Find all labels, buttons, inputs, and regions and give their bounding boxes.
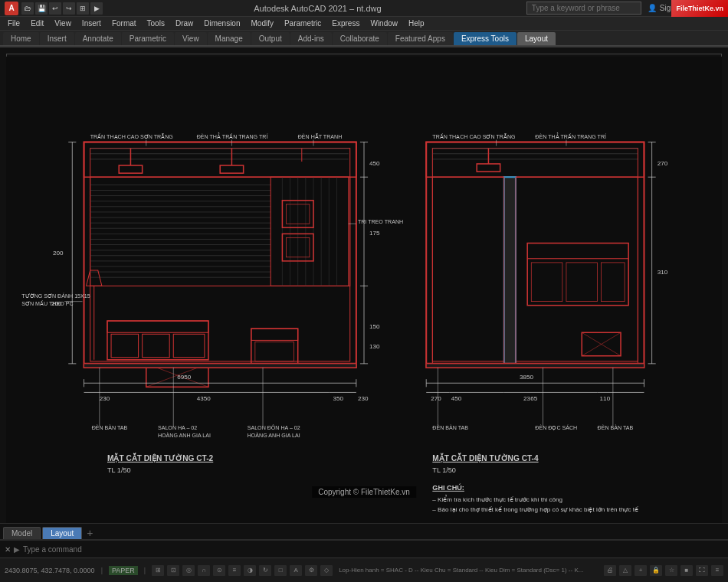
svg-text:TRẦN THẠCH CAO SƠN TRẮNG: TRẦN THẠCH CAO SƠN TRẮNG (90, 133, 173, 140)
svg-text:MẶT CẮT DIỆN TƯỜNG CT-4: MẶT CẮT DIỆN TƯỜNG CT-4 (432, 453, 539, 463)
svg-rect-58 (84, 364, 356, 368)
menu-window[interactable]: Window (366, 18, 402, 29)
svg-text:150: 150 (369, 323, 380, 330)
tab-collaborate[interactable]: Collaborate (333, 32, 387, 45)
tab-addins[interactable]: Add-ins (290, 32, 332, 45)
clean-screen[interactable]: ⛶ (696, 565, 708, 576)
undo-tool[interactable]: ↩ (49, 2, 61, 15)
svg-text:450: 450 (451, 395, 462, 402)
svg-text:ĐÈN THẢ TRẦN TRANG TRÍ: ĐÈN THẢ TRẦN TRANG TRÍ (535, 132, 606, 140)
menu-modify[interactable]: Modify (247, 18, 278, 29)
tab-annotate[interactable]: Annotate (75, 32, 121, 45)
isometric-toggle[interactable]: ◇ (320, 565, 333, 576)
svg-rect-113 (504, 177, 516, 364)
annotation-toggle[interactable]: A (290, 565, 302, 576)
window-title: Autodesk AutoCAD 2021 – nt.dwg (109, 4, 526, 13)
svg-text:MẶT CẮT DIỆN TƯỜNG CT-2: MẶT CẮT DIỆN TƯỜNG CT-2 (107, 453, 214, 463)
polar-toggle[interactable]: ◎ (182, 565, 195, 576)
osnap-toggle[interactable]: ∩ (198, 565, 210, 576)
svg-text:110: 110 (600, 395, 611, 402)
tab-layout[interactable]: Layout (517, 32, 556, 45)
svg-text:TƯỜNG SƠN ĐÁNH 15X15: TƯỜNG SƠN ĐÁNH 15X15 (21, 293, 90, 299)
svg-text:HOÀNG ANH GIA LAI: HOÀNG ANH GIA LAI (158, 432, 211, 439)
menu-express[interactable]: Express (327, 18, 364, 29)
svg-text:TL 1/50: TL 1/50 (107, 466, 131, 474)
save-tool[interactable]: 💾 (35, 2, 48, 15)
custom-ui[interactable]: ≡ (711, 565, 723, 576)
command-input[interactable] (23, 545, 723, 554)
tab-insert[interactable]: Insert (40, 32, 74, 45)
zoom-scale[interactable]: + (635, 565, 647, 576)
open-tool[interactable]: 🗁 (21, 2, 34, 15)
add-layout-button[interactable]: + (87, 527, 93, 539)
svg-text:ĐÈN HẮT TRANH: ĐÈN HẮT TRANH (298, 133, 343, 140)
tab-manage[interactable]: Manage (208, 32, 251, 45)
menu-parametric[interactable]: Parametric (280, 18, 326, 29)
tab-express-tools[interactable]: Express Tools (454, 32, 516, 45)
menu-view[interactable]: View (50, 18, 76, 29)
svg-text:310: 310 (657, 269, 668, 276)
status-bar: 2430.8075, 432.7478, 0.0000 | PAPER | ⊞ … (0, 557, 728, 582)
menu-edit[interactable]: Edit (26, 18, 48, 29)
view-tool[interactable]: ⊞ (77, 2, 89, 15)
layout-tab-active[interactable]: Layout (42, 527, 82, 539)
annotation-scale[interactable]: △ (619, 565, 631, 576)
search-input[interactable] (526, 2, 641, 15)
hardware-accel[interactable]: ■ (680, 565, 693, 576)
svg-text:200: 200 (53, 250, 64, 257)
transparency-toggle[interactable]: ◑ (244, 565, 256, 576)
svg-text:ĐÈN BÀN TAB: ĐÈN BÀN TAB (598, 424, 634, 431)
svg-text:130: 130 (369, 343, 380, 350)
svg-text:– Báo lại cho thợ thiết kế tro: – Báo lại cho thợ thiết kế trong trường … (432, 506, 638, 513)
isolate-objects[interactable]: ☆ (665, 565, 677, 576)
menu-draw[interactable]: Draw (171, 18, 198, 29)
workspace-settings[interactable]: ⚙ (305, 565, 317, 576)
plot-icon[interactable]: 🖨 (604, 565, 616, 576)
svg-text:175: 175 (369, 230, 380, 237)
svg-text:3850: 3850 (520, 374, 534, 381)
tab-parametric[interactable]: Parametric (122, 32, 174, 45)
cad-drawing: 230 4350 6950 350 230 450 175 150 130 20… (6, 54, 722, 534)
svg-rect-125 (426, 364, 644, 368)
menu-dimension[interactable]: Dimension (199, 18, 244, 29)
model-tab[interactable]: Model (3, 527, 41, 539)
svg-text:TL 1/50: TL 1/50 (432, 466, 456, 474)
tab-home[interactable]: Home (3, 32, 39, 45)
brand-logo: FileThietKe.vn (671, 0, 728, 17)
model-space-toggle[interactable]: □ (274, 565, 287, 576)
run-tool[interactable]: ▶ (90, 2, 103, 15)
grid-toggle[interactable]: ⊞ (152, 565, 164, 576)
sel-cycling-toggle[interactable]: ↻ (259, 565, 271, 576)
drawing-area[interactable]: 230 4350 6950 350 230 450 175 150 130 20… (0, 47, 728, 540)
copyright-notice: Copyright © FileThietKe.vn (312, 486, 416, 498)
snap-toggle[interactable]: ⊡ (167, 565, 179, 576)
svg-text:ĐÈN ĐỌC SÁCH: ĐÈN ĐỌC SÁCH (535, 424, 577, 431)
tab-featured[interactable]: Featured Apps (388, 32, 453, 45)
svg-text:HOÀNG ANH GIA LAI: HOÀNG ANH GIA LAI (248, 432, 300, 439)
coordinates-display: 2430.8075, 432.7478, 0.0000 (5, 567, 95, 574)
svg-text:230: 230 (100, 395, 110, 402)
menu-help[interactable]: Help (404, 18, 429, 29)
menu-bar: File Edit View Insert Format Tools Draw … (0, 17, 728, 31)
otrack-toggle[interactable]: ⊙ (213, 565, 225, 576)
svg-text:270: 270 (657, 160, 668, 167)
menu-file[interactable]: File (3, 18, 25, 29)
redo-tool[interactable]: ↪ (63, 2, 75, 15)
app-icon: A (5, 2, 18, 15)
space-label: PAPER (109, 566, 138, 575)
tab-view[interactable]: View (175, 32, 207, 45)
svg-text:ĐÈN BÀN TAB: ĐÈN BÀN TAB (92, 424, 128, 431)
menu-insert[interactable]: Insert (77, 18, 106, 29)
command-prompt-icon: ▶ (14, 545, 20, 554)
svg-text:4350: 4350 (197, 395, 212, 402)
command-close-icon[interactable]: ✕ (5, 545, 11, 554)
menu-format[interactable]: Format (107, 18, 141, 29)
layout-tabs: Model Layout + (0, 523, 728, 540)
ui-lock[interactable]: 🔒 (650, 565, 662, 576)
menu-tools[interactable]: Tools (143, 18, 169, 29)
lineweight-toggle[interactable]: ≡ (228, 565, 241, 576)
svg-text:TRI TREO TRANH: TRI TREO TRANH (358, 219, 403, 225)
tab-output[interactable]: Output (251, 32, 290, 45)
svg-text:ĐÈN THẢ TRẦN TRANG TRÍ: ĐÈN THẢ TRẦN TRANG TRÍ (197, 132, 268, 140)
quick-tools[interactable]: 🗁 💾 ↩ ↪ ⊞ ▶ (21, 2, 103, 15)
